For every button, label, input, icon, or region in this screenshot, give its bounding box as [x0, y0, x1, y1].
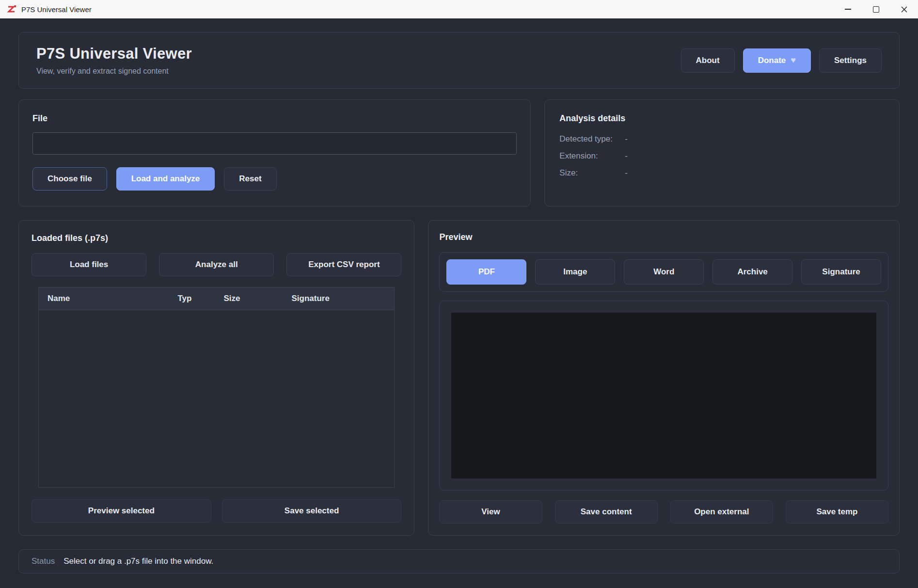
analysis-row: Extension: - — [559, 151, 885, 161]
load-files-button[interactable]: Load files — [32, 253, 146, 276]
analysis-rows: Detected type: - Extension: - Size: - — [559, 134, 885, 178]
minimize-button[interactable] — [834, 0, 862, 18]
file-buttons: Choose file Load and analyze Reset — [32, 167, 517, 191]
status-message: Select or drag a .p7s file into the wind… — [63, 556, 213, 566]
preview-selected-button[interactable]: Preview selected — [32, 499, 211, 523]
window-controls — [834, 0, 918, 18]
save-temp-button[interactable]: Save temp — [786, 500, 888, 524]
analysis-row: Detected type: - — [559, 134, 885, 144]
preview-canvas — [451, 313, 876, 478]
column-header-name: Name — [39, 287, 169, 310]
analysis-row: Size: - — [559, 168, 885, 178]
close-button[interactable] — [890, 0, 918, 18]
header: P7S Universal Viewer View, verify and ex… — [18, 32, 900, 89]
detected-type-value: - — [625, 134, 628, 144]
extension-value: - — [625, 151, 628, 161]
export-csv-button[interactable]: Export CSV report — [286, 253, 401, 276]
maximize-icon — [873, 6, 879, 13]
app-icon — [7, 4, 16, 14]
column-header-typ: Typ — [169, 287, 215, 310]
tab-archive[interactable]: Archive — [712, 259, 792, 285]
detected-type-label: Detected type: — [559, 134, 625, 144]
size-label: Size: — [559, 168, 625, 178]
donate-label: Donate — [758, 56, 786, 65]
loaded-files-footer: Preview selected Save selected — [32, 499, 401, 523]
loaded-files-buttons: Load files Analyze all Export CSV report — [32, 253, 401, 276]
window-title: P7S Universal Viewer — [21, 5, 92, 14]
about-button[interactable]: About — [681, 48, 735, 73]
title-bar-left: P7S Universal Viewer — [0, 4, 834, 14]
title-bar: P7S Universal Viewer — [0, 0, 918, 18]
maximize-button[interactable] — [862, 0, 890, 18]
status-label: Status — [32, 556, 55, 566]
bottom-row: Loaded files (.p7s) Load files Analyze a… — [18, 220, 900, 536]
save-selected-button[interactable]: Save selected — [222, 499, 402, 523]
file-section: File Choose file Load and analyze Reset — [18, 99, 531, 207]
view-button[interactable]: View — [439, 500, 542, 524]
preview-pane — [439, 301, 888, 491]
file-section-title: File — [32, 113, 517, 124]
main-content: P7S Universal Viewer View, verify and ex… — [0, 18, 918, 588]
settings-button[interactable]: Settings — [819, 48, 882, 73]
analysis-title: Analysis details — [559, 113, 885, 124]
preview-tabs: PDF Image Word Archive Signature — [439, 252, 888, 292]
header-actions: About Donate ♥ Settings — [681, 48, 882, 73]
status-bar: Status Select or drag a .p7s file into t… — [18, 549, 900, 573]
save-content-button[interactable]: Save content — [555, 500, 658, 524]
close-icon — [901, 6, 907, 13]
preview-title: Preview — [439, 232, 888, 242]
page-subtitle: View, verify and extract signed content — [36, 67, 192, 76]
files-table-body[interactable] — [39, 310, 394, 487]
load-analyze-button[interactable]: Load and analyze — [116, 167, 215, 191]
heart-icon: ♥ — [791, 55, 796, 65]
files-table-header: Name Typ Size Signature — [39, 287, 394, 310]
donate-button[interactable]: Donate ♥ — [743, 48, 811, 73]
analyze-all-button[interactable]: Analyze all — [159, 253, 274, 276]
column-header-signature: Signature — [283, 287, 394, 310]
files-table: Name Typ Size Signature — [38, 287, 395, 488]
preview-section: Preview PDF Image Word Archive Signature… — [428, 220, 900, 536]
open-external-button[interactable]: Open external — [670, 500, 773, 524]
extension-label: Extension: — [559, 151, 625, 161]
choose-file-button[interactable]: Choose file — [32, 167, 107, 191]
column-header-size: Size — [215, 287, 283, 310]
preview-footer: View Save content Open external Save tem… — [439, 500, 888, 524]
top-row: File Choose file Load and analyze Reset … — [18, 99, 900, 207]
tab-pdf[interactable]: PDF — [446, 259, 526, 285]
loaded-files-section: Loaded files (.p7s) Load files Analyze a… — [18, 220, 414, 536]
header-titles: P7S Universal Viewer View, verify and ex… — [36, 45, 192, 76]
page-title: P7S Universal Viewer — [36, 45, 192, 63]
analysis-section: Analysis details Detected type: - Extens… — [544, 99, 900, 207]
size-value: - — [625, 168, 628, 178]
minimize-icon — [845, 9, 851, 10]
reset-button[interactable]: Reset — [224, 167, 276, 191]
tab-signature[interactable]: Signature — [801, 259, 881, 285]
tab-image[interactable]: Image — [535, 259, 615, 285]
file-path-input[interactable] — [32, 132, 517, 155]
loaded-files-title: Loaded files (.p7s) — [32, 233, 401, 243]
tab-word[interactable]: Word — [624, 259, 704, 285]
